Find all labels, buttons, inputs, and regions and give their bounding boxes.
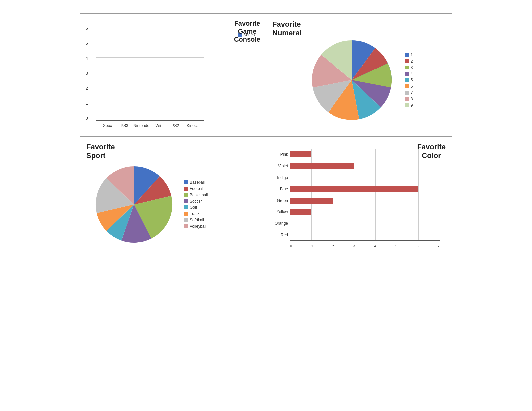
legend-box-basketball — [184, 193, 188, 197]
legend-box-2 — [405, 59, 409, 63]
bottom-right-chart: FavoriteColor Pink Violet Indigo Blue G — [266, 136, 452, 259]
top-right-chart: FavoriteNumeral — [266, 14, 452, 136]
y-label-4: 4 — [86, 56, 88, 61]
hbar-label-violet: Violet — [278, 162, 289, 170]
legend-label-8: 8 — [411, 97, 413, 101]
sport-legend-golf: Golf — [184, 205, 208, 210]
hbar-row-pink — [290, 151, 440, 158]
y-label-6: 6 — [86, 26, 88, 31]
hbar-bar-violet — [290, 163, 354, 169]
sport-legend-football: Football — [184, 186, 208, 191]
legend-label-softball: Sofrtball — [190, 218, 204, 222]
legend-label-4: 4 — [411, 71, 413, 76]
hbar-y-labels: Pink Violet Indigo Blue Green Yellow Ora… — [272, 149, 289, 241]
legend-label-volleyball: Volleyball — [190, 224, 206, 229]
legend-box-3 — [405, 66, 409, 69]
sport-legend-volleyball: Volleyball — [184, 224, 208, 229]
legend-box-soccer — [184, 199, 188, 203]
legend-item-5: 5 — [405, 78, 413, 82]
numeral-pie-svg — [305, 34, 398, 127]
hbar-bar-green — [290, 198, 333, 204]
hbar-bar-yellow — [290, 209, 311, 215]
x-label-ps3: PS3 — [116, 123, 133, 128]
hbar-bar-pink — [290, 151, 311, 157]
legend-label-golf: Golf — [190, 205, 197, 210]
legend-box-9 — [405, 103, 409, 107]
hbar-x-1: 1 — [311, 244, 313, 248]
hbar-bar-blue — [290, 186, 418, 192]
legend-item-9: 9 — [405, 103, 413, 108]
hbar-row-green — [290, 197, 440, 204]
hbar-row-blue — [290, 185, 440, 193]
sport-pie-svg — [89, 160, 179, 249]
legend-label-track: Track — [190, 211, 200, 216]
bar-x-labels: Xbox PS3 Nintendo Wii PS2 Kinect — [96, 123, 204, 128]
dashboard: 0 1 2 3 4 5 6 — [80, 13, 452, 259]
legend-item-7: 7 — [405, 90, 413, 95]
hbar-label-orange: Orange — [275, 220, 289, 227]
hbar-chart-area: Pink Violet Indigo Blue Green Yellow Ora… — [290, 149, 440, 241]
hbar-axis-bottom — [290, 240, 440, 241]
hbar-x-labels: 0 1 2 3 4 5 6 7 — [290, 244, 440, 248]
numeral-pie-legend: 1 2 3 4 5 6 7 8 9 — [405, 53, 413, 108]
legend-box-8 — [405, 97, 409, 101]
hbar-axis-left — [290, 149, 290, 241]
hbar-container: Pink Violet Indigo Blue Green Yellow Ora… — [272, 142, 446, 253]
y-label-2: 2 — [86, 86, 88, 91]
sport-legend-basketball: Basketball — [184, 193, 208, 197]
legend-box-7 — [405, 91, 409, 95]
hbar-label-green: Green — [277, 197, 289, 204]
legend-label-football: Football — [190, 186, 204, 191]
legend-label-2: 2 — [411, 59, 413, 64]
hbar-row-yellow — [290, 208, 440, 215]
sport-chart-title: FavoriteSport — [86, 143, 115, 160]
y-label-0: 0 — [86, 116, 88, 121]
legend-box-5 — [405, 78, 409, 82]
legend-box-volleyball — [184, 224, 188, 228]
bar-chart-area: 0 1 2 3 4 5 6 — [96, 26, 204, 121]
legend-label-basketball: Basketball — [190, 193, 208, 197]
legend-label-soccer: Soccer — [190, 199, 202, 204]
hbar-row-red — [290, 231, 440, 239]
bars-wrapper — [96, 26, 204, 121]
legend-item-4: 4 — [405, 71, 413, 76]
hbar-rows — [290, 149, 440, 241]
x-axis-line — [96, 120, 204, 121]
hbar-row-orange — [290, 220, 440, 227]
hbar-row-indigo — [290, 174, 440, 181]
sport-legend-softball: Sofrtball — [184, 218, 208, 222]
y-label-3: 3 — [86, 71, 88, 76]
legend-box-golf — [184, 206, 188, 209]
numeral-chart-title: FavoriteNumeral — [272, 20, 302, 38]
hbar-x-3: 3 — [353, 244, 355, 248]
x-label-kinect: Kinect — [184, 123, 200, 128]
hbar-x-5: 5 — [395, 244, 397, 248]
legend-item-6: 6 — [405, 84, 413, 89]
bar-y-axis: 0 1 2 3 4 5 6 — [86, 26, 89, 121]
bottom-left-chart: FavoriteSport — [80, 136, 266, 259]
legend-item-3: 3 — [405, 65, 413, 70]
sport-legend-soccer: Soccer — [184, 199, 208, 204]
y-label-1: 1 — [86, 101, 88, 106]
hbar-label-indigo: Indigo — [277, 174, 289, 181]
legend-label-baseball: Baseball — [190, 180, 205, 185]
legend-box-softball — [184, 218, 188, 222]
hbar-x-6: 6 — [416, 244, 418, 248]
sport-legend-baseball: Baseball — [184, 180, 208, 185]
sport-legend-track: Track — [184, 211, 208, 216]
hbar-x-0: 0 — [290, 244, 292, 248]
legend-label-6: 6 — [411, 84, 413, 89]
legend-label-1: 1 — [411, 53, 413, 57]
hbar-label-pink: Pink — [280, 151, 289, 158]
x-label-xbox: Xbox — [99, 123, 116, 128]
legend-item-1: 1 — [405, 53, 413, 57]
hbar-label-red: Red — [281, 231, 289, 239]
x-label-ps2: PS2 — [167, 123, 184, 128]
y-axis-line — [96, 26, 96, 121]
legend-item-2: 2 — [405, 59, 413, 64]
legend-label-5: 5 — [411, 78, 413, 82]
sport-pie-legend: Baseball Football Basketball Soccer Golf… — [184, 180, 208, 229]
top-left-chart: 0 1 2 3 4 5 6 — [80, 14, 266, 136]
bar-chart-title: FavoriteGameConsole — [234, 19, 260, 43]
hbar-row-violet — [290, 162, 440, 170]
